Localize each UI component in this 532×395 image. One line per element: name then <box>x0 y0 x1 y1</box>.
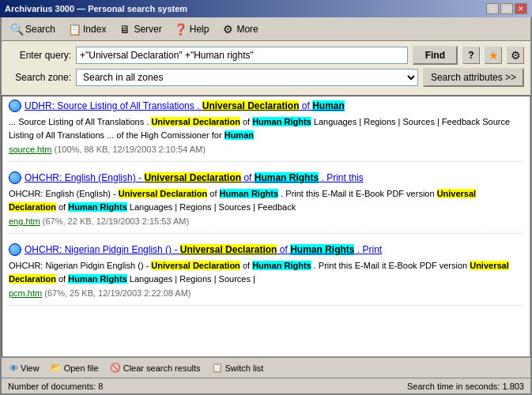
result-title[interactable]: UDHR: Source Listing of All Translations… <box>9 100 523 112</box>
menu-search[interactable]: 🔍 Search <box>5 21 61 38</box>
result-item: OHCHR: English (English) - Universal Dec… <box>9 171 523 234</box>
query-input[interactable] <box>76 47 408 64</box>
menu-more-label: More <box>236 24 258 35</box>
result-snippet: OHCHR: Nigerian Pidgin English () - Univ… <box>9 259 523 285</box>
server-menu-icon: 🖥 <box>119 23 131 36</box>
result-file-link[interactable]: source.htm <box>9 145 51 154</box>
zone-row: Search zone: Search in all zones Search … <box>8 68 524 87</box>
result-item: UDHR: Source Listing of All Translations… <box>9 100 523 162</box>
globe-icon <box>9 243 21 256</box>
menu-search-label: Search <box>25 24 55 35</box>
globe-icon <box>9 100 21 112</box>
result-meta: pcm.htm (67%, 25 KB, 12/19/2003 2:22:08 … <box>9 288 523 299</box>
menu-bar: 🔍 Search 📋 Index 🖥 Server ❓ Help ⚙ More <box>2 17 530 41</box>
window-controls: − □ ✕ <box>486 3 527 14</box>
result-item: OHCHR: Nigerian Pidgin English () - Univ… <box>9 243 523 306</box>
open-file-icon: 📂 <box>51 363 62 373</box>
bottom-toolbar: 👁 View 📂 Open file 🚫 Clear search result… <box>2 357 530 378</box>
find-button[interactable]: Find <box>413 46 458 65</box>
menu-more[interactable]: ⚙ More <box>216 21 263 38</box>
result-title[interactable]: OHCHR: Nigerian Pidgin English () - Univ… <box>9 243 523 256</box>
switch-list-button[interactable]: 📋 Switch list <box>209 362 267 374</box>
menu-help[interactable]: ❓ Help <box>169 21 215 38</box>
minimize-button[interactable]: − <box>486 3 499 14</box>
gear-icon-btn[interactable]: ⚙ <box>507 47 524 64</box>
star-icon-btn[interactable]: ★ <box>485 47 502 64</box>
clear-button[interactable]: 🚫 Clear search results <box>107 362 204 374</box>
close-button[interactable]: ✕ <box>515 3 527 14</box>
result-file-link[interactable]: pcm.htm <box>9 288 42 298</box>
result-snippet: OHCHR: English (English) - Universal Dec… <box>9 187 523 213</box>
search-attributes-button[interactable]: Search attributes >> <box>423 68 524 87</box>
menu-server[interactable]: 🖥 Server <box>113 21 167 38</box>
switch-label: Switch list <box>225 363 264 373</box>
result-meta: source.htm (100%, 88 KB, 12/19/2003 2:10… <box>9 144 523 155</box>
result-meta-text: (67%, 22 KB, 12/19/2003 2:15:53 AM) <box>40 216 189 226</box>
more-menu-icon: ⚙ <box>221 23 234 36</box>
zone-select[interactable]: Search in all zones <box>76 69 418 86</box>
maximize-button[interactable]: □ <box>500 3 513 14</box>
zone-label: Search zone: <box>8 72 71 83</box>
view-icon: 👁 <box>9 363 18 373</box>
status-bar: Number of documents: 8 Search time in se… <box>2 378 530 393</box>
result-snippet: ... Source Listing of All Translations .… <box>9 115 523 141</box>
help-icon-btn[interactable]: ? <box>462 47 480 64</box>
clear-label: Clear search results <box>123 363 201 373</box>
search-form: Enter query: Find ? ★ ⚙ Search zone: Sea… <box>2 41 530 96</box>
menu-server-label: Server <box>134 24 161 35</box>
open-file-button[interactable]: 📂 Open file <box>47 362 102 374</box>
main-window: 🔍 Search 📋 Index 🖥 Server ❓ Help ⚙ More … <box>0 17 532 395</box>
search-menu-icon: 🔍 <box>10 23 23 36</box>
result-title[interactable]: OHCHR: English (English) - Universal Dec… <box>9 171 523 184</box>
result-meta-text: (100%, 88 KB, 12/19/2003 2:10:54 AM) <box>51 145 205 154</box>
result-title-text[interactable]: OHCHR: Nigerian Pidgin English () - Univ… <box>25 244 382 255</box>
title-bar: Archivarius 3000 — Personal search syste… <box>0 0 532 17</box>
view-button[interactable]: 👁 View <box>6 363 43 374</box>
result-file-link[interactable]: eng.htm <box>9 216 40 226</box>
open-file-label: Open file <box>64 363 99 373</box>
search-time: Search time in seconds: 1.803 <box>407 382 524 391</box>
doc-count: Number of documents: 8 <box>8 382 103 391</box>
result-title-text[interactable]: UDHR: Source Listing of All Translations… <box>25 100 345 111</box>
menu-index-label: Index <box>83 24 106 35</box>
results-area[interactable]: UDHR: Source Listing of All Translations… <box>2 96 530 357</box>
help-menu-icon: ❓ <box>175 23 187 36</box>
result-title-text[interactable]: OHCHR: English (English) - Universal Dec… <box>25 172 364 183</box>
query-row: Enter query: Find ? ★ ⚙ <box>8 46 524 65</box>
query-label: Enter query: <box>8 50 71 61</box>
menu-index[interactable]: 📋 Index <box>62 21 111 38</box>
menu-help-label: Help <box>190 24 209 35</box>
clear-icon: 🚫 <box>110 363 121 373</box>
globe-icon <box>9 171 21 184</box>
result-meta: eng.htm (67%, 22 KB, 12/19/2003 2:15:53 … <box>9 216 523 227</box>
view-label: View <box>21 363 40 373</box>
switch-icon: 📋 <box>212 363 223 373</box>
result-meta-text: (67%, 25 KB, 12/19/2003 2:22:08 AM) <box>42 288 191 298</box>
window-title: Archivarius 3000 — Personal search syste… <box>5 4 187 13</box>
index-menu-icon: 📋 <box>68 23 81 36</box>
